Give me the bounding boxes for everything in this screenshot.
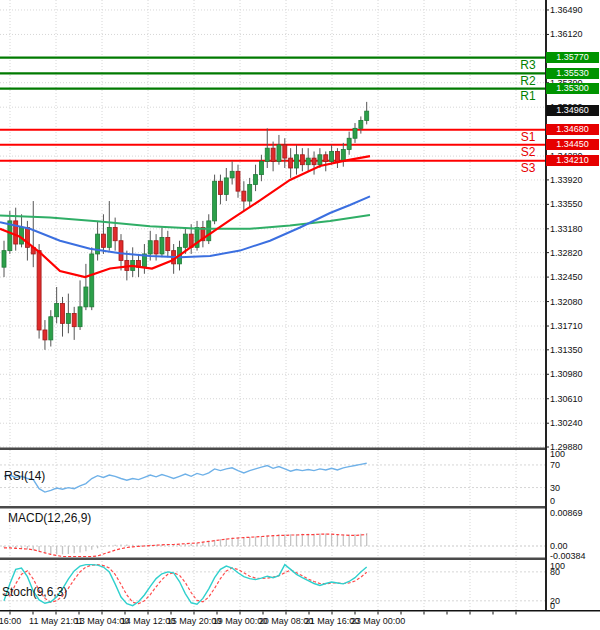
candle-up xyxy=(107,228,111,248)
candle-up xyxy=(295,155,299,168)
resistance-label-r2: R2 xyxy=(512,75,544,87)
candle-up xyxy=(213,181,217,221)
candle-down xyxy=(72,313,76,326)
candle-up xyxy=(365,111,369,120)
candle-up xyxy=(318,155,322,165)
candle-up xyxy=(254,175,258,185)
candle-up xyxy=(265,148,269,161)
candle-up xyxy=(49,317,53,340)
support-badge-s1: 1.34680 xyxy=(546,124,599,135)
price-chart: R3 R2 R1 S1 S2 S3 1.35770 1.35530 1.3530… xyxy=(0,0,600,630)
panel-separator xyxy=(0,506,545,509)
support-label-s1: S1 xyxy=(512,131,544,143)
candle-up xyxy=(183,234,187,247)
support-label-s2: S2 xyxy=(512,146,544,158)
candle-down xyxy=(113,228,117,241)
candle-up xyxy=(248,185,252,202)
candle-down xyxy=(37,251,41,330)
candle-up xyxy=(66,313,70,323)
candle-up xyxy=(2,251,6,268)
resistance-label-r3: R3 xyxy=(512,59,544,71)
macd-panel-label: MACD(12,26,9) xyxy=(8,512,91,525)
candle-up xyxy=(277,145,281,162)
support-label-s3: S3 xyxy=(512,162,544,174)
resistance-badge-r3: 1.35770 xyxy=(546,52,599,63)
panel-separator xyxy=(0,448,545,451)
candle-up xyxy=(90,254,94,307)
support-badge-s3: 1.34210 xyxy=(546,155,599,166)
candle-up xyxy=(347,138,351,149)
candle-down xyxy=(242,191,246,201)
candle-down xyxy=(300,155,304,165)
candle-up xyxy=(160,237,164,254)
candle-up xyxy=(148,241,152,254)
current-price-badge: 1.34960 xyxy=(546,105,599,116)
resistance-badge-r1: 1.35300 xyxy=(546,83,599,94)
stoch-panel-label: Stoch(9,6,3) xyxy=(2,586,67,599)
candle-down xyxy=(289,158,293,168)
candle-down xyxy=(312,158,316,165)
candle-down xyxy=(335,151,339,161)
candle-up xyxy=(306,158,310,165)
candle-down xyxy=(166,237,170,250)
support-badge-s2: 1.34450 xyxy=(546,139,599,150)
candle-down xyxy=(283,145,287,158)
candle-down xyxy=(101,234,105,247)
candle-down xyxy=(43,330,47,340)
candle-down xyxy=(271,148,275,161)
candle-up xyxy=(330,151,334,161)
candle-down xyxy=(236,171,240,191)
resistance-badge-r2: 1.35530 xyxy=(546,68,599,79)
rsi-panel-label: RSI(14) xyxy=(4,470,45,483)
candle-up xyxy=(207,221,211,241)
resistance-label-r1: R1 xyxy=(512,90,544,102)
candle-down xyxy=(324,155,328,162)
panel-separator xyxy=(0,558,545,561)
candle-down xyxy=(154,241,158,254)
candle-up xyxy=(353,128,357,138)
candle-down xyxy=(61,304,65,324)
candle-up xyxy=(78,307,82,327)
candle-up xyxy=(84,287,88,307)
candle-up xyxy=(55,304,59,317)
candle-down xyxy=(218,181,222,194)
candle-down xyxy=(119,241,123,261)
candle-up xyxy=(359,120,363,128)
chart-canvas xyxy=(0,0,600,630)
candle-up xyxy=(341,149,345,161)
candle-up xyxy=(259,161,263,174)
candle-up xyxy=(224,178,228,195)
candle-up xyxy=(230,171,234,178)
